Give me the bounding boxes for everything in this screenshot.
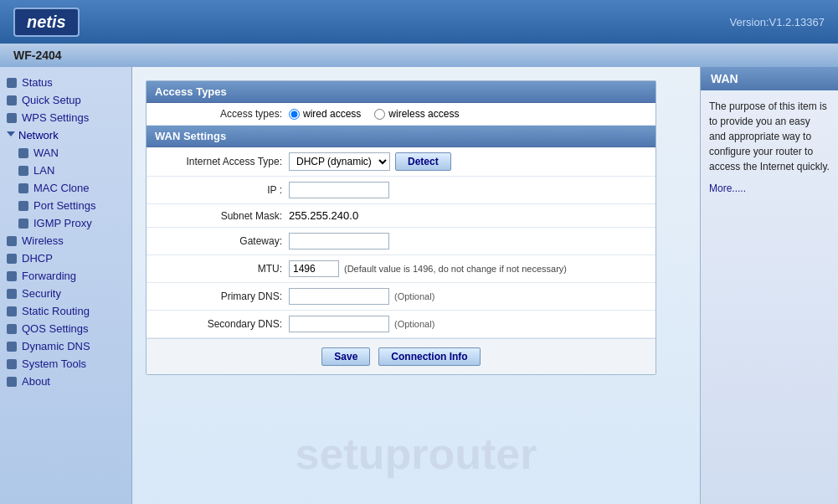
sidebar-item-wan[interactable]: WAN (0, 144, 131, 162)
gateway-input[interactable] (289, 233, 389, 249)
system-tools-icon (7, 359, 17, 369)
static-routing-icon (7, 306, 17, 316)
wired-access-radio[interactable] (289, 109, 300, 120)
primary-dns-row: Primary DNS: (Optional) (147, 283, 655, 311)
primary-dns-control: (Optional) (289, 288, 434, 305)
sidebar-item-dhcp[interactable]: DHCP (0, 249, 131, 267)
content-area: setuprouter Access Types Access types: w… (132, 67, 700, 504)
header: netis Version:V1.2.13367 (0, 0, 838, 44)
sidebar-item-label: Static Routing (22, 305, 90, 317)
ip-row: IP : (147, 177, 655, 204)
ip-label: IP : (155, 184, 289, 196)
right-panel-body: The purpose of this item is to provide y… (701, 90, 838, 204)
more-link[interactable]: More..... (709, 181, 830, 196)
sidebar-item-label: System Tools (22, 357, 86, 370)
gateway-label: Gateway: (155, 235, 289, 247)
sidebar-item-label: Forwarding (22, 270, 76, 282)
wireless-access-label[interactable]: wireless access (374, 108, 459, 120)
logo: netis (13, 8, 80, 37)
right-panel: WAN The purpose of this item is to provi… (700, 67, 838, 504)
main-layout: Status Quick Setup WPS Settings Network … (0, 67, 838, 504)
ip-input[interactable] (289, 182, 389, 198)
igmp-proxy-icon (18, 219, 28, 229)
subnet-mask-value: 255.255.240.0 (289, 209, 358, 222)
quick-setup-icon (7, 95, 17, 105)
sidebar-item-label: Quick Setup (22, 94, 81, 106)
sidebar-item-about[interactable]: About (0, 373, 131, 390)
sidebar-item-mac-clone[interactable]: MAC Clone (0, 179, 131, 197)
version: Version:V1.2.13367 (730, 16, 825, 28)
primary-dns-input[interactable] (289, 288, 389, 305)
primary-dns-label: Primary DNS: (155, 291, 289, 302)
subnet-mask-label: Subnet Mask: (155, 210, 289, 222)
right-panel-text: The purpose of this item is to provide y… (709, 100, 830, 172)
sidebar-item-static-routing[interactable]: Static Routing (0, 302, 131, 320)
secondary-dns-hint: (Optional) (394, 319, 434, 329)
internet-access-type-control: DHCP (dynamic) Detect (289, 152, 451, 171)
sidebar-item-label: Dynamic DNS (22, 340, 90, 352)
access-types-control: wired access wireless access (289, 108, 459, 120)
button-row: Save Connection Info (147, 338, 655, 374)
port-settings-icon (18, 201, 28, 211)
sidebar-item-security[interactable]: Security (0, 285, 131, 302)
secondary-dns-label: Secondary DNS: (155, 318, 289, 330)
access-types-label: Access types: (155, 108, 289, 120)
sidebar-item-lan[interactable]: LAN (0, 162, 131, 179)
wireless-access-radio[interactable] (374, 109, 385, 120)
main-panel: Access Types Access types: wired access … (146, 80, 656, 375)
sidebar-item-label: LAN (33, 164, 54, 177)
sidebar-item-wps-settings[interactable]: WPS Settings (0, 109, 131, 126)
sidebar-item-label: Network (18, 129, 59, 141)
mtu-input[interactable] (289, 260, 339, 277)
sidebar-item-label: WPS Settings (22, 111, 89, 124)
connection-info-button[interactable]: Connection Info (378, 347, 480, 366)
access-types-header: Access Types (147, 81, 655, 103)
sub-header: WF-2404 (0, 44, 838, 67)
sidebar-item-label: Status (22, 76, 53, 89)
status-icon (7, 78, 17, 88)
sidebar-item-igmp-proxy[interactable]: IGMP Proxy (0, 214, 131, 232)
dynamic-dns-icon (7, 342, 17, 352)
wired-access-label[interactable]: wired access (289, 108, 361, 120)
wireless-access-text: wireless access (388, 108, 459, 120)
access-types-row: Access types: wired access wireless acce… (147, 103, 655, 126)
mtu-hint: (Default value is 1496, do not change if… (344, 264, 567, 274)
right-panel-header: WAN (701, 67, 838, 90)
internet-access-type-label: Internet Access Type: (155, 156, 289, 167)
secondary-dns-input[interactable] (289, 316, 389, 332)
sidebar-item-quick-setup[interactable]: Quick Setup (0, 91, 131, 109)
sidebar-item-network[interactable]: Network (0, 126, 131, 144)
mtu-label: MTU: (155, 263, 289, 275)
subnet-mask-control: 255.255.240.0 (289, 209, 358, 222)
gateway-control (289, 233, 389, 249)
save-button[interactable]: Save (321, 347, 370, 366)
secondary-dns-row: Secondary DNS: (Optional) (147, 311, 655, 338)
sidebar-item-label: Port Settings (33, 199, 95, 212)
about-icon (7, 377, 17, 387)
wps-icon (7, 113, 17, 123)
sidebar-item-wireless[interactable]: Wireless (0, 232, 131, 249)
sidebar-item-forwarding[interactable]: Forwarding (0, 267, 131, 285)
security-icon (7, 289, 17, 299)
sidebar-item-status[interactable]: Status (0, 74, 131, 91)
watermark: setuprouter (296, 429, 537, 479)
dhcp-icon (7, 254, 17, 264)
sidebar-item-dynamic-dns[interactable]: Dynamic DNS (0, 337, 131, 355)
secondary-dns-control: (Optional) (289, 316, 434, 332)
sidebar-item-system-tools[interactable]: System Tools (0, 355, 131, 373)
sidebar-item-port-settings[interactable]: Port Settings (0, 197, 131, 214)
lan-icon (18, 166, 28, 176)
ip-control (289, 182, 389, 198)
internet-access-type-row: Internet Access Type: DHCP (dynamic) Det… (147, 147, 655, 177)
sidebar-item-qos-settings[interactable]: QOS Settings (0, 320, 131, 337)
device-name: WF-2404 (13, 49, 62, 62)
qos-icon (7, 324, 17, 334)
wan-icon (18, 148, 28, 158)
arrow-down-icon (7, 131, 15, 140)
internet-access-type-select[interactable]: DHCP (dynamic) (289, 152, 390, 171)
wired-access-text: wired access (303, 108, 361, 120)
wan-settings-header: WAN Settings (147, 126, 655, 147)
sidebar: Status Quick Setup WPS Settings Network … (0, 67, 132, 504)
sidebar-item-label: Wireless (22, 234, 64, 247)
detect-button[interactable]: Detect (395, 152, 451, 171)
